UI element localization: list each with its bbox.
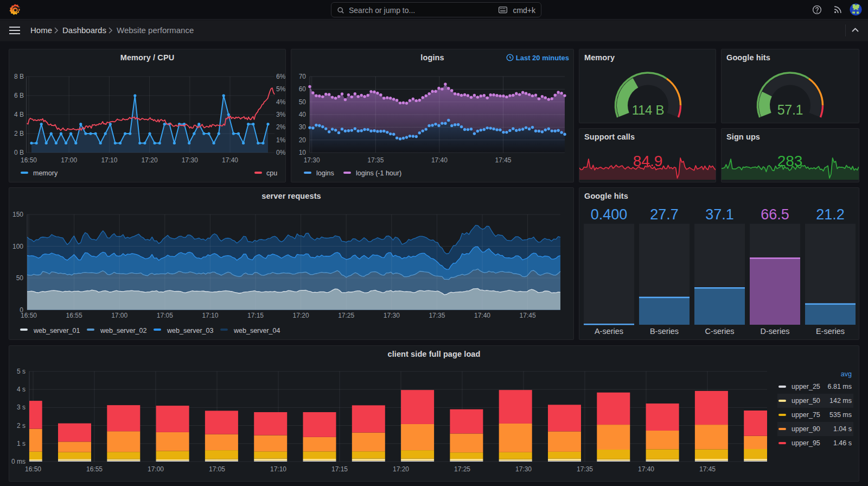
svg-text:17:00: 17:00 xyxy=(111,312,127,319)
svg-text:avg: avg xyxy=(841,370,852,378)
svg-text:0 B: 0 B xyxy=(14,149,24,156)
svg-text:6%: 6% xyxy=(276,73,285,80)
svg-text:0%: 0% xyxy=(276,149,285,156)
svg-text:40: 40 xyxy=(299,111,307,118)
svg-text:17:20: 17:20 xyxy=(142,156,158,164)
svg-text:283: 283 xyxy=(777,153,803,169)
svg-text:17:15: 17:15 xyxy=(331,465,348,473)
svg-text:17:40: 17:40 xyxy=(474,312,490,319)
svg-text:16:55: 16:55 xyxy=(86,465,103,473)
svg-text:16:50: 16:50 xyxy=(21,156,37,164)
svg-text:84.9: 84.9 xyxy=(633,153,663,169)
svg-text:57.1: 57.1 xyxy=(777,102,803,117)
svg-text:4 B: 4 B xyxy=(14,111,24,118)
svg-text:6.81 ms: 6.81 ms xyxy=(828,383,852,390)
svg-text:B-series: B-series xyxy=(650,327,679,336)
svg-text:logins (-1 hour): logins (-1 hour) xyxy=(356,169,401,177)
svg-text:web_server_02: web_server_02 xyxy=(100,327,147,334)
svg-text:17:45: 17:45 xyxy=(520,312,536,319)
svg-text:E-series: E-series xyxy=(816,327,845,336)
svg-text:17:15: 17:15 xyxy=(247,312,264,319)
svg-text:16:50: 16:50 xyxy=(25,465,41,473)
svg-text:logins: logins xyxy=(316,169,334,177)
svg-text:150: 150 xyxy=(12,211,23,218)
svg-text:17:05: 17:05 xyxy=(157,312,173,319)
svg-text:30: 30 xyxy=(299,123,307,131)
svg-text:3%: 3% xyxy=(276,111,285,118)
svg-text:17:00: 17:00 xyxy=(61,156,77,164)
svg-text:37.1: 37.1 xyxy=(705,206,734,223)
svg-text:17:25: 17:25 xyxy=(454,465,470,473)
svg-text:20: 20 xyxy=(299,136,307,144)
svg-text:17:35: 17:35 xyxy=(577,465,593,473)
svg-text:3 s: 3 s xyxy=(17,403,25,411)
svg-text:17:30: 17:30 xyxy=(304,156,320,164)
svg-text:17:10: 17:10 xyxy=(101,156,117,164)
svg-text:upper_90: upper_90 xyxy=(792,425,820,433)
svg-text:17:30: 17:30 xyxy=(515,465,532,473)
svg-text:535 ms: 535 ms xyxy=(829,411,852,419)
svg-text:17:20: 17:20 xyxy=(393,465,409,473)
svg-text:2 s: 2 s xyxy=(17,422,25,430)
svg-text:2%: 2% xyxy=(276,123,285,131)
svg-text:5 s: 5 s xyxy=(17,368,25,375)
svg-text:1.04 s: 1.04 s xyxy=(833,425,852,433)
svg-text:4%: 4% xyxy=(276,98,285,106)
svg-text:17:10: 17:10 xyxy=(270,465,286,473)
svg-text:60: 60 xyxy=(299,85,307,93)
svg-text:6 B: 6 B xyxy=(14,92,24,99)
svg-text:5%: 5% xyxy=(276,85,285,93)
svg-text:17:05: 17:05 xyxy=(209,465,225,473)
svg-text:50: 50 xyxy=(16,274,24,282)
svg-text:8 B: 8 B xyxy=(14,73,24,80)
svg-text:17:35: 17:35 xyxy=(367,156,384,164)
svg-text:2 B: 2 B xyxy=(14,130,24,137)
svg-text:A-series: A-series xyxy=(595,327,623,336)
svg-text:27.7: 27.7 xyxy=(650,206,679,223)
svg-text:0.400: 0.400 xyxy=(591,206,628,223)
svg-text:17:10: 17:10 xyxy=(202,312,218,319)
svg-text:66.5: 66.5 xyxy=(761,206,789,223)
svg-text:100: 100 xyxy=(12,243,23,250)
svg-text:4 s: 4 s xyxy=(17,386,25,393)
svg-text:50: 50 xyxy=(299,98,307,106)
svg-text:10: 10 xyxy=(299,149,307,156)
svg-text:17:40: 17:40 xyxy=(431,156,448,164)
svg-text:17:35: 17:35 xyxy=(429,312,445,319)
svg-text:upper_75: upper_75 xyxy=(792,411,820,419)
svg-text:memory: memory xyxy=(33,169,58,177)
svg-text:17:40: 17:40 xyxy=(638,465,654,473)
svg-text:21.2: 21.2 xyxy=(816,206,845,223)
svg-text:17:30: 17:30 xyxy=(384,312,400,319)
svg-text:1.46 s: 1.46 s xyxy=(833,439,852,447)
svg-text:17:00: 17:00 xyxy=(148,465,164,473)
svg-text:70: 70 xyxy=(299,73,307,80)
svg-text:web_server_04: web_server_04 xyxy=(233,327,280,334)
svg-text:17:20: 17:20 xyxy=(293,312,309,319)
svg-text:0: 0 xyxy=(20,306,23,314)
svg-text:D-series: D-series xyxy=(761,327,790,336)
svg-text:17:45: 17:45 xyxy=(495,156,511,164)
svg-text:upper_50: upper_50 xyxy=(792,397,820,405)
svg-text:C-series: C-series xyxy=(705,327,735,336)
svg-text:17:45: 17:45 xyxy=(699,465,716,473)
svg-text:16:55: 16:55 xyxy=(66,312,82,319)
svg-text:1%: 1% xyxy=(276,136,285,144)
svg-text:17:40: 17:40 xyxy=(222,156,238,164)
svg-text:cpu: cpu xyxy=(266,169,277,177)
svg-text:0 ms: 0 ms xyxy=(11,458,25,465)
svg-text:1 s: 1 s xyxy=(17,440,25,447)
svg-text:114 B: 114 B xyxy=(632,103,664,117)
svg-text:upper_95: upper_95 xyxy=(792,439,820,447)
svg-text:web_server_01: web_server_01 xyxy=(33,327,80,334)
svg-text:17:25: 17:25 xyxy=(338,312,354,319)
svg-text:upper_25: upper_25 xyxy=(792,383,820,390)
svg-text:17:30: 17:30 xyxy=(182,156,198,164)
svg-text:web_server_03: web_server_03 xyxy=(167,327,214,334)
svg-text:142 ms: 142 ms xyxy=(829,397,852,405)
